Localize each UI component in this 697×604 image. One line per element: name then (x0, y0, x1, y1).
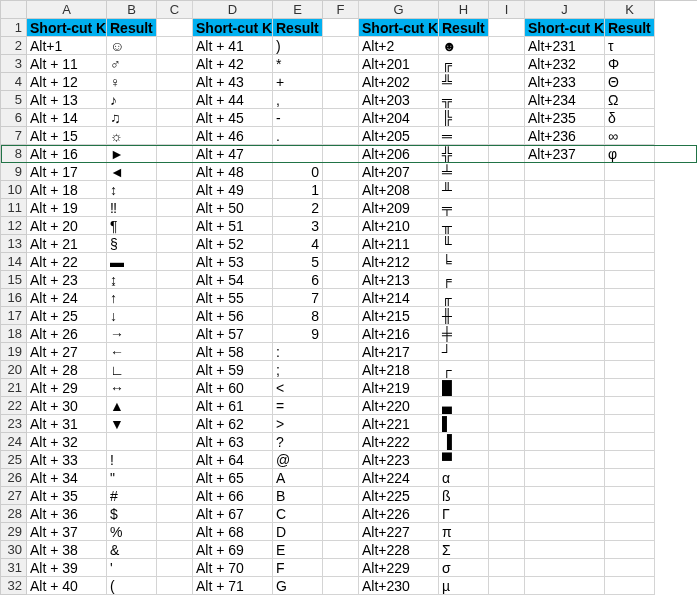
cell-G16[interactable]: Alt+214 (359, 289, 439, 307)
cell-D31[interactable]: Alt + 70 (193, 559, 273, 577)
cell-B22[interactable]: ▲ (107, 397, 157, 415)
cell-I16[interactable] (489, 289, 525, 307)
cell-B29[interactable]: % (107, 523, 157, 541)
cell-C15[interactable] (157, 271, 193, 289)
cell-F15[interactable] (323, 271, 359, 289)
cell-H18[interactable]: ╪ (439, 325, 489, 343)
cell-E7[interactable]: . (273, 127, 323, 145)
cell-G27[interactable]: Alt+225 (359, 487, 439, 505)
cell-E32[interactable]: G (273, 577, 323, 595)
cell-J6[interactable]: Alt+235 (525, 109, 605, 127)
row-header-20[interactable]: 20 (1, 361, 27, 379)
cell-G24[interactable]: Alt+222 (359, 433, 439, 451)
row-header-9[interactable]: 9 (1, 163, 27, 181)
cell-G25[interactable]: Alt+223 (359, 451, 439, 469)
cell-J30[interactable] (525, 541, 605, 559)
cell-B23[interactable]: ▼ (107, 415, 157, 433)
cell-A1[interactable]: Short-cut Key (27, 19, 107, 37)
cell-E21[interactable]: < (273, 379, 323, 397)
row-header-14[interactable]: 14 (1, 253, 27, 271)
cell-D29[interactable]: Alt + 68 (193, 523, 273, 541)
cell-J29[interactable] (525, 523, 605, 541)
cell-C21[interactable] (157, 379, 193, 397)
cell-B21[interactable]: ↔ (107, 379, 157, 397)
cell-C9[interactable] (157, 163, 193, 181)
cell-B18[interactable]: → (107, 325, 157, 343)
cell-K8[interactable]: φ (605, 145, 655, 163)
row-header-25[interactable]: 25 (1, 451, 27, 469)
cell-G4[interactable]: Alt+202 (359, 73, 439, 91)
cell-G7[interactable]: Alt+205 (359, 127, 439, 145)
cell-E22[interactable]: = (273, 397, 323, 415)
cell-H28[interactable]: Γ (439, 505, 489, 523)
cell-D28[interactable]: Alt + 67 (193, 505, 273, 523)
row-header-23[interactable]: 23 (1, 415, 27, 433)
cell-K18[interactable] (605, 325, 655, 343)
cell-F26[interactable] (323, 469, 359, 487)
cell-A24[interactable]: Alt + 32 (27, 433, 107, 451)
cell-I22[interactable] (489, 397, 525, 415)
cell-E20[interactable]: ; (273, 361, 323, 379)
cell-G17[interactable]: Alt+215 (359, 307, 439, 325)
cell-C28[interactable] (157, 505, 193, 523)
cell-I24[interactable] (489, 433, 525, 451)
cell-G3[interactable]: Alt+201 (359, 55, 439, 73)
cell-D16[interactable]: Alt + 55 (193, 289, 273, 307)
cell-B10[interactable]: ↕ (107, 181, 157, 199)
cell-A20[interactable]: Alt + 28 (27, 361, 107, 379)
cell-B1[interactable]: Result (107, 19, 157, 37)
row-header-8[interactable]: 8 (1, 145, 27, 163)
cell-D6[interactable]: Alt + 45 (193, 109, 273, 127)
cell-F5[interactable] (323, 91, 359, 109)
cell-C1[interactable] (157, 19, 193, 37)
cell-F27[interactable] (323, 487, 359, 505)
cell-A11[interactable]: Alt + 19 (27, 199, 107, 217)
cell-K13[interactable] (605, 235, 655, 253)
cell-G6[interactable]: Alt+204 (359, 109, 439, 127)
cell-J18[interactable] (525, 325, 605, 343)
cell-B19[interactable]: ← (107, 343, 157, 361)
cell-I31[interactable] (489, 559, 525, 577)
cell-E11[interactable]: 2 (273, 199, 323, 217)
cell-C19[interactable] (157, 343, 193, 361)
cell-J10[interactable] (525, 181, 605, 199)
cell-J26[interactable] (525, 469, 605, 487)
cell-A17[interactable]: Alt + 25 (27, 307, 107, 325)
cell-D32[interactable]: Alt + 71 (193, 577, 273, 595)
cell-A23[interactable]: Alt + 31 (27, 415, 107, 433)
cell-D4[interactable]: Alt + 43 (193, 73, 273, 91)
row-header-18[interactable]: 18 (1, 325, 27, 343)
select-all-corner[interactable] (1, 1, 27, 19)
cell-H31[interactable]: σ (439, 559, 489, 577)
cell-G28[interactable]: Alt+226 (359, 505, 439, 523)
cell-A12[interactable]: Alt + 20 (27, 217, 107, 235)
cell-I5[interactable] (489, 91, 525, 109)
cell-B28[interactable]: $ (107, 505, 157, 523)
cell-H12[interactable]: ╥ (439, 217, 489, 235)
cell-B15[interactable]: ↨ (107, 271, 157, 289)
col-header-g[interactable]: G (359, 1, 439, 19)
cell-C3[interactable] (157, 55, 193, 73)
cell-I28[interactable] (489, 505, 525, 523)
row-header-26[interactable]: 26 (1, 469, 27, 487)
cell-K3[interactable]: Φ (605, 55, 655, 73)
cell-D8[interactable]: Alt + 47 (193, 145, 273, 163)
cell-B20[interactable]: ∟ (107, 361, 157, 379)
row-header-24[interactable]: 24 (1, 433, 27, 451)
cell-B9[interactable]: ◄ (107, 163, 157, 181)
cell-I21[interactable] (489, 379, 525, 397)
col-header-c[interactable]: C (157, 1, 193, 19)
cell-H14[interactable]: ╘ (439, 253, 489, 271)
cell-G5[interactable]: Alt+203 (359, 91, 439, 109)
cell-F28[interactable] (323, 505, 359, 523)
cell-G10[interactable]: Alt+208 (359, 181, 439, 199)
cell-C13[interactable] (157, 235, 193, 253)
cell-E18[interactable]: 9 (273, 325, 323, 343)
cell-B13[interactable]: § (107, 235, 157, 253)
cell-E17[interactable]: 8 (273, 307, 323, 325)
cell-E3[interactable]: * (273, 55, 323, 73)
cell-I32[interactable] (489, 577, 525, 595)
cell-F6[interactable] (323, 109, 359, 127)
cell-H8[interactable]: ╬ (439, 145, 489, 163)
cell-E6[interactable]: - (273, 109, 323, 127)
